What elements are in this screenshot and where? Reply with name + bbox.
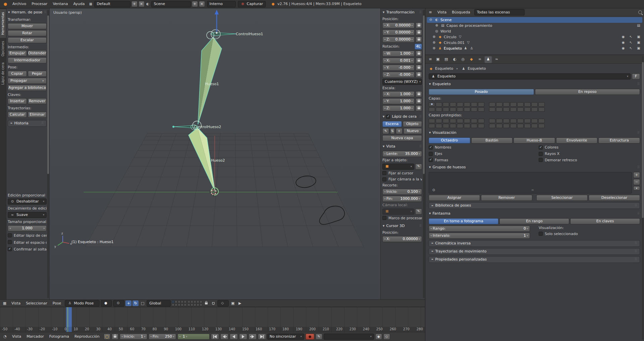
add-to-library-button[interactable]: Agregar a biblioteca: [8, 85, 47, 91]
menu-item[interactable]: Pose: [50, 300, 64, 307]
transform-button[interactable]: Rotar: [8, 30, 47, 36]
cursor-x-field[interactable]: X:0.00000: [382, 236, 422, 242]
bone-groups-panel-header[interactable]: Grupos de huesos: [429, 164, 640, 171]
menu-item[interactable]: Ventana: [50, 0, 70, 8]
layer-cell[interactable]: [172, 300, 174, 303]
ghost-in-range-tab[interactable]: En rango: [499, 218, 569, 224]
selectable-icon[interactable]: ↖: [629, 46, 633, 51]
history-panel-header[interactable]: Historia: [8, 120, 47, 127]
rotation-y-field[interactable]: Y:-0.000: [382, 65, 415, 71]
transform-panel-header[interactable]: Transformación: [382, 9, 422, 16]
gp-object-tab[interactable]: Objeto: [403, 121, 422, 127]
opengl-render-anim-icon[interactable]: ▶: [237, 300, 243, 306]
xray-checkbox[interactable]: [539, 152, 543, 156]
manipulator-translate-icon[interactable]: +: [125, 300, 131, 306]
proportional-edit-select[interactable]: ⊙ Deshabilitar: [8, 198, 47, 205]
select-button[interactable]: Seleccionar: [536, 195, 588, 201]
custom-properties-panel-header[interactable]: Propiedades personalizadas: [429, 256, 640, 263]
camera-render-icon[interactable]: ▣: [636, 46, 641, 51]
inverse-kinematics-panel-header[interactable]: Cinemática inversa: [429, 240, 640, 247]
render-tab[interactable]: ▣: [434, 56, 442, 63]
local-camera-select[interactable]: ■: [382, 209, 414, 215]
play-button[interactable]: [239, 334, 247, 340]
jump-next-keyframe-button[interactable]: [249, 334, 257, 340]
push-button[interactable]: Empujar: [8, 50, 27, 56]
lock-object-select[interactable]: ■: [382, 164, 414, 170]
preview-range-icon[interactable]: ◯: [104, 334, 110, 340]
search-icon[interactable]: [638, 10, 642, 14]
keying-set-selector[interactable]: [324, 334, 374, 340]
eye-icon[interactable]: ◉: [621, 35, 626, 39]
outliner-row-esqueleto[interactable]: ⊕ ♟ Esqueleto ♟ ♙ ◉ ↖ ▣: [427, 46, 642, 51]
render-layers-toggle-icon[interactable]: ▤: [636, 23, 641, 28]
jump-prev-keyframe-button[interactable]: [220, 334, 228, 340]
snap-element-selector[interactable]: ◇: [217, 300, 229, 306]
eye-icon[interactable]: ◉: [621, 41, 626, 45]
opengl-render-icon[interactable]: ▣: [230, 300, 236, 306]
menu-item[interactable]: Seleccionar: [23, 300, 50, 307]
scale-z-field[interactable]: Z:1.000: [382, 105, 415, 111]
timeline-scrub-area[interactable]: -50-40-30-20-100102030405060708090100110…: [0, 307, 425, 332]
pose-library-panel-header[interactable]: Biblioteca de poses: [429, 202, 640, 209]
camera-render-icon[interactable]: ▣: [636, 41, 641, 45]
deselect-button[interactable]: Deseleccionar: [589, 195, 640, 201]
gp-add-button[interactable]: +: [396, 128, 402, 134]
lock-rotation-x-button[interactable]: [416, 58, 422, 64]
menu-item[interactable]: Reproducción: [72, 333, 102, 340]
scene-lock-icon[interactable]: [203, 300, 209, 306]
confirm-on-release-checkbox[interactable]: [8, 247, 12, 251]
rotation-x-field[interactable]: X:0.001: [382, 58, 415, 64]
lock-scale-y-button[interactable]: [416, 98, 422, 104]
layer-buttons[interactable]: [172, 300, 202, 306]
render-engine-selector[interactable]: Interno: [207, 1, 236, 7]
menu-item[interactable]: Procesar: [29, 0, 50, 8]
scale-x-field[interactable]: X:1.000: [382, 91, 415, 97]
sync-mode-selector[interactable]: No sincronizar: [267, 334, 304, 340]
manipulator-rotate-icon[interactable]: ↻: [132, 300, 139, 306]
bone-hueso1[interactable]: [198, 37, 222, 124]
lock-camera-checkbox[interactable]: [382, 177, 386, 181]
display-envelope-button[interactable]: Envolvente: [556, 137, 598, 144]
display-octahedral-button[interactable]: Octaedro: [429, 137, 470, 144]
transform-button[interactable]: Escalar: [8, 37, 47, 43]
assign-button[interactable]: Asignar: [429, 195, 480, 201]
outliner-row-circle[interactable]: ⊕ ◆ Círculo ▽ ◉ ↖ ▣: [427, 34, 642, 40]
snap-magnet-icon[interactable]: Ω: [210, 300, 216, 306]
rotation-4l-button[interactable]: 4L: [415, 44, 422, 50]
gp-stepper-icon[interactable]: ⇅: [390, 128, 395, 134]
relax-button[interactable]: Distender: [28, 50, 47, 56]
viewport-canvas[interactable]: ControlHueso1 ControlHueso2 Hueso1 Hueso…: [50, 8, 380, 299]
selectable-icon[interactable]: ↖: [629, 41, 633, 45]
lock-to-cursor-checkbox[interactable]: [382, 171, 386, 175]
physics-tab[interactable]: ≈: [493, 56, 500, 63]
armature-data-tab[interactable]: ♟: [484, 56, 492, 63]
remove-bone-group-button[interactable]: −: [633, 179, 640, 185]
bone-groups-list[interactable]: ⊙ ≡: [429, 172, 632, 193]
gp-scene-tab[interactable]: Escena: [382, 121, 402, 127]
play-reverse-button[interactable]: [230, 334, 238, 340]
delete-keyframe-icon[interactable]: ◇: [383, 334, 390, 340]
display-bbone-button[interactable]: Hueso-B: [514, 137, 555, 144]
motion-paths-panel-header[interactable]: Trayectorias de movimiento: [429, 248, 640, 255]
keying-pen-icon[interactable]: ✎: [316, 334, 322, 340]
viewport-shading-selector[interactable]: ●: [101, 300, 112, 306]
falloff-select[interactable]: ≈ Suave: [8, 212, 47, 218]
location-y-field[interactable]: Y:0.00000: [382, 30, 415, 36]
list-filter-icon[interactable]: ⊙: [431, 188, 436, 192]
menu-item[interactable]: Vista: [9, 300, 23, 307]
colors-checkbox[interactable]: [539, 146, 543, 150]
propagate-button[interactable]: Propagar▸: [8, 78, 47, 84]
delay-refresh-checkbox[interactable]: [539, 158, 543, 162]
bone-controlhueso1[interactable]: [207, 30, 236, 39]
close-layout-button[interactable]: ×: [139, 1, 145, 7]
layout-selector[interactable]: Default: [94, 1, 130, 7]
properties-scrollbar[interactable]: [642, 56, 644, 340]
disclosure-closed-icon[interactable]: ⊕: [434, 23, 439, 28]
rotation-w-field[interactable]: W:1.000: [382, 51, 415, 57]
mode-selector[interactable]: ♙ Modo Pose: [65, 300, 100, 306]
ghost-around-frame-tab[interactable]: En torno a fotograma: [429, 218, 498, 224]
object-tab[interactable]: ◆: [468, 56, 475, 63]
end-frame-field[interactable]: Fin:250: [149, 334, 176, 340]
gp-new-layer-button[interactable]: Nueva capa: [382, 135, 422, 141]
editor-type-icon[interactable]: ◔: [2, 334, 8, 340]
